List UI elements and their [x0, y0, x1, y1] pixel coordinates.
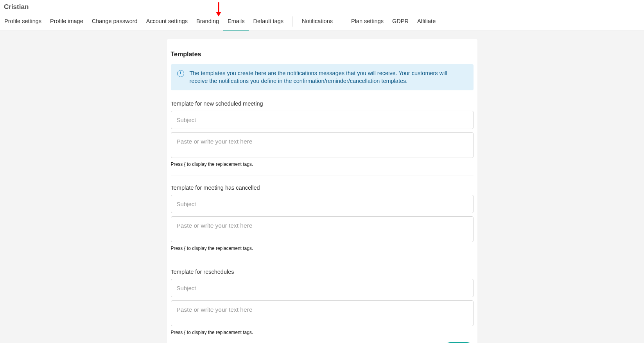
template-label: Template for meeting has cancelled: [171, 185, 474, 191]
card-title: Templates: [171, 51, 474, 64]
tab-gdpr[interactable]: GDPR: [388, 13, 413, 31]
page-title: Cristian: [0, 0, 644, 13]
info-box: The templates you create here are the no…: [171, 64, 474, 90]
hint-text: Press { to display the replacement tags.: [171, 246, 474, 251]
tab-default-tags[interactable]: Default tags: [249, 13, 288, 31]
header: Cristian Profile settings Profile image …: [0, 0, 644, 31]
subject-input[interactable]: [171, 111, 474, 129]
tab-separator: [342, 16, 342, 27]
body-textarea[interactable]: [171, 216, 474, 242]
tab-separator: [292, 16, 293, 27]
tab-account-settings[interactable]: Account settings: [142, 13, 192, 31]
template-new-meeting: Template for new scheduled meeting Press…: [171, 101, 474, 176]
tabs-bar: Profile settings Profile image Change pa…: [0, 13, 644, 31]
hint-text: Press { to display the replacement tags.: [171, 162, 474, 167]
templates-card: Templates The templates you create here …: [167, 39, 477, 343]
tab-plan-settings[interactable]: Plan settings: [347, 13, 388, 31]
subject-input[interactable]: [171, 195, 474, 213]
tab-emails[interactable]: Emails: [223, 13, 249, 31]
tab-profile-image[interactable]: Profile image: [46, 13, 88, 31]
body-textarea[interactable]: [171, 300, 474, 326]
info-text: The templates you create here are the no…: [190, 70, 467, 85]
tab-branding[interactable]: Branding: [192, 13, 223, 31]
template-label: Template for reschedules: [171, 269, 474, 275]
template-reschedules: Template for reschedules Press { to disp…: [171, 269, 474, 338]
template-label: Template for new scheduled meeting: [171, 101, 474, 107]
hint-text: Press { to display the replacement tags.: [171, 330, 474, 335]
body-textarea[interactable]: [171, 132, 474, 158]
tab-profile-settings[interactable]: Profile settings: [0, 13, 46, 31]
info-icon: [177, 70, 184, 77]
tab-change-password[interactable]: Change password: [88, 13, 142, 31]
footer-row: Save: [171, 340, 474, 343]
template-cancelled: Template for meeting has cancelled Press…: [171, 185, 474, 260]
tab-notifications[interactable]: Notifications: [298, 13, 337, 31]
tab-affiliate[interactable]: Affiliate: [413, 13, 440, 31]
content-area: Templates The templates you create here …: [0, 31, 644, 343]
subject-input[interactable]: [171, 279, 474, 297]
